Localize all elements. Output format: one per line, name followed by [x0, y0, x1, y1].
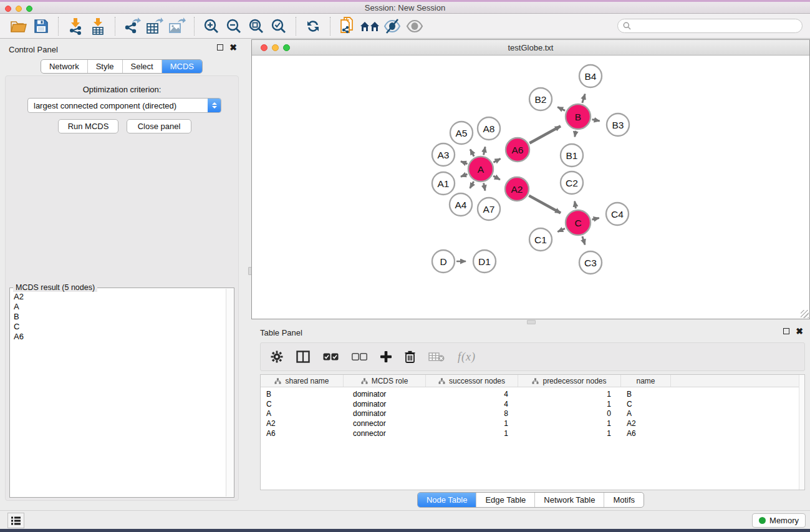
export-network-button[interactable]: [121, 16, 143, 36]
graph-node-C[interactable]: C: [566, 210, 591, 235]
save-session-button[interactable]: [30, 16, 52, 36]
float-panel-icon[interactable]: [783, 328, 789, 334]
run-mcds-button[interactable]: Run MCDS: [58, 119, 118, 133]
table-row[interactable]: Bdominator41B: [261, 390, 804, 400]
task-history-button[interactable]: [7, 513, 24, 528]
horizontal-splitter-handle[interactable]: [527, 320, 536, 324]
graph-node-A6[interactable]: A6: [506, 138, 529, 162]
table-row[interactable]: A6connector11A6: [261, 429, 804, 439]
tab-style[interactable]: Style: [87, 60, 122, 73]
graph-node-A8[interactable]: A8: [478, 117, 500, 140]
search-input[interactable]: [617, 19, 803, 33]
close-panel-icon[interactable]: ✖: [229, 44, 237, 51]
add-column-button[interactable]: [380, 351, 392, 362]
show-columns-button[interactable]: [296, 351, 310, 363]
tab-network-table[interactable]: Network Table: [534, 493, 604, 507]
resize-grip-icon[interactable]: [801, 310, 809, 318]
tab-motifs[interactable]: Motifs: [604, 493, 644, 507]
graph-node-C3[interactable]: C3: [579, 251, 602, 274]
first-neighbors-button[interactable]: [359, 16, 381, 36]
graph-edge-A-A7[interactable]: [484, 183, 485, 191]
graph-node-A2[interactable]: A2: [505, 177, 529, 201]
table-settings-button[interactable]: [271, 351, 283, 363]
mcds-result-item[interactable]: A: [11, 302, 226, 312]
graph-edge-C-C1[interactable]: [557, 228, 565, 231]
graph-node-B3[interactable]: B3: [607, 114, 629, 136]
graph-edge-B-B4[interactable]: [582, 94, 585, 103]
graph-node-A1[interactable]: A1: [432, 172, 455, 195]
graph-node-A4[interactable]: A4: [450, 193, 472, 216]
graph-edge-C-C4[interactable]: [592, 218, 599, 220]
graph-edge-A2-C[interactable]: [529, 196, 561, 213]
table-row[interactable]: Adominator80A: [261, 409, 804, 419]
tab-mcds[interactable]: MCDS: [162, 60, 202, 73]
float-panel-icon[interactable]: [217, 44, 223, 51]
graph-node-D[interactable]: D: [432, 250, 455, 273]
column-header-successor-nodes[interactable]: successor nodes: [426, 375, 518, 387]
import-network-button[interactable]: [64, 16, 87, 36]
tab-edge-table[interactable]: Edge Table: [476, 493, 534, 507]
export-image-button[interactable]: [166, 16, 188, 36]
column-header-name[interactable]: name: [621, 375, 671, 387]
deselect-all-columns-button[interactable]: [352, 353, 367, 360]
network-window-titlebar[interactable]: testGlobe.txt: [252, 40, 809, 56]
close-panel-icon[interactable]: ✖: [796, 328, 803, 334]
graph-edge-A-A2[interactable]: [493, 176, 500, 180]
graph-edge-A6-B[interactable]: [529, 126, 561, 143]
graph-edge-B-B2[interactable]: [557, 107, 565, 111]
export-table-button[interactable]: [143, 16, 166, 36]
graph-edge-A-A5[interactable]: [470, 149, 474, 156]
graph-edge-C-C2[interactable]: [575, 201, 576, 209]
graph-edge-A-A8[interactable]: [484, 147, 486, 155]
import-table-button[interactable]: [87, 16, 109, 36]
column-header-shared-name[interactable]: shared name: [261, 375, 344, 387]
graph-node-B4[interactable]: B4: [579, 65, 602, 87]
zoom-in-button[interactable]: [200, 16, 223, 36]
graph-edge-A-A4[interactable]: [470, 181, 474, 188]
mcds-result-item[interactable]: C: [11, 322, 226, 332]
select-all-columns-button[interactable]: [323, 353, 339, 360]
graph-edge-A-A1[interactable]: [461, 174, 468, 177]
refresh-view-button[interactable]: [302, 16, 324, 36]
memory-button[interactable]: Memory: [752, 513, 806, 528]
column-header-predecessor-nodes[interactable]: predecessor nodes: [518, 375, 621, 387]
zoom-out-button[interactable]: [223, 16, 245, 36]
graph-edge-A-A6[interactable]: [493, 158, 500, 162]
close-panel-button[interactable]: Close panel: [127, 119, 191, 133]
graph-node-C2[interactable]: C2: [561, 172, 583, 194]
graph-node-A3[interactable]: A3: [432, 143, 455, 166]
graph-node-B1[interactable]: B1: [561, 144, 583, 167]
delete-columns-button[interactable]: [405, 351, 415, 363]
graph-edge-A-A3[interactable]: [461, 162, 468, 164]
graph-node-C4[interactable]: C4: [606, 203, 629, 225]
graph-node-A7[interactable]: A7: [478, 198, 500, 220]
graph-edge-B-B3[interactable]: [592, 120, 600, 121]
tab-select[interactable]: Select: [122, 60, 162, 73]
hide-annotations-button[interactable]: [381, 16, 403, 36]
new-network-from-selection-button[interactable]: [336, 16, 359, 36]
table-scrollbar[interactable]: [799, 375, 804, 490]
tab-network[interactable]: Network: [41, 60, 87, 73]
table-row[interactable]: Cdominator41C: [261, 400, 804, 410]
graph-node-D1[interactable]: D1: [473, 250, 496, 273]
mcds-result-item[interactable]: A6: [11, 332, 226, 342]
mcds-list-scrollbar[interactable]: [226, 289, 233, 496]
graph-node-A[interactable]: A: [468, 157, 493, 181]
graph-node-A5[interactable]: A5: [450, 122, 473, 144]
show-annotations-button[interactable]: [403, 16, 426, 36]
open-file-button[interactable]: [7, 16, 30, 36]
mcds-result-item[interactable]: A2: [11, 292, 226, 302]
graph-edge-C-C3[interactable]: [582, 236, 585, 244]
mcds-result-item[interactable]: B: [11, 312, 226, 322]
network-canvas[interactable]: B4B2BB3B1A5A8A6A3AA1A4A7A2C2CC4C1C3DD1: [252, 56, 809, 319]
optimization-criterion-select[interactable]: largest connected component (directed): [27, 98, 221, 113]
graph-edge-B-B1[interactable]: [575, 131, 576, 137]
tab-node-table[interactable]: Node Table: [418, 493, 476, 507]
graph-node-B2[interactable]: B2: [529, 88, 552, 110]
graph-node-B[interactable]: B: [566, 104, 591, 129]
zoom-selected-button[interactable]: [268, 16, 290, 36]
zoom-fit-button[interactable]: [245, 16, 268, 36]
column-header-mcds-role[interactable]: MCDS role: [344, 375, 426, 387]
graph-node-C1[interactable]: C1: [529, 228, 552, 251]
table-row[interactable]: A2connector11A2: [261, 419, 804, 429]
